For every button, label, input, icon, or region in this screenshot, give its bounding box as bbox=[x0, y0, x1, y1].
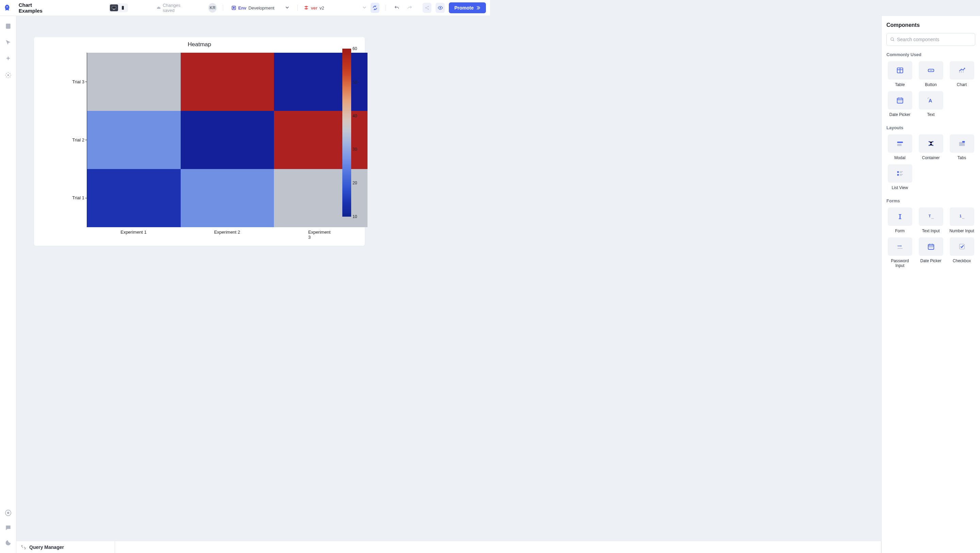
heatmap-row bbox=[87, 53, 368, 111]
colorbar-tick: 30 bbox=[353, 147, 357, 152]
colorbar-gradient bbox=[342, 49, 351, 217]
heatmap-cell bbox=[181, 53, 274, 111]
svg-point-8 bbox=[440, 7, 441, 8]
version-selector[interactable]: ver v2 bbox=[304, 5, 366, 11]
svg-rect-4 bbox=[233, 7, 234, 8]
mobile-icon bbox=[121, 6, 125, 10]
svg-rect-1 bbox=[113, 9, 115, 10]
x-tick: Experiment 3 bbox=[308, 230, 334, 240]
colorbar-tick: 40 bbox=[353, 114, 357, 118]
heatmap-cell bbox=[274, 111, 368, 169]
canvas[interactable]: Heatmap Trial 3 Trial 2 Trial 1 bbox=[16, 16, 490, 276]
eye-icon bbox=[438, 5, 443, 11]
chevron-double-right-icon bbox=[476, 5, 480, 10]
y-tick: Trial 2 bbox=[68, 137, 84, 143]
app-title: Chart Examples bbox=[19, 2, 53, 14]
promote-button[interactable]: Promote bbox=[449, 2, 486, 13]
divider bbox=[223, 5, 223, 11]
colorbar: 60 50 40 30 20 10 bbox=[342, 49, 351, 217]
stack-icon bbox=[304, 5, 309, 10]
y-tick: Trial 3 bbox=[68, 79, 84, 84]
heatmap-cell bbox=[87, 169, 181, 227]
user-avatar[interactable]: KR bbox=[208, 3, 217, 13]
colorbar-tick: 10 bbox=[353, 214, 357, 219]
share-icon bbox=[425, 5, 430, 10]
share-button[interactable] bbox=[423, 3, 432, 13]
divider bbox=[298, 5, 298, 11]
colorbar-tick: 60 bbox=[353, 46, 357, 51]
device-toggle bbox=[109, 3, 128, 12]
divider bbox=[385, 5, 386, 11]
cloud-icon bbox=[156, 5, 161, 10]
y-tick: Trial 1 bbox=[68, 195, 84, 200]
rail-cursor-button[interactable] bbox=[5, 39, 11, 46]
left-rail bbox=[0, 16, 16, 276]
svg-point-10 bbox=[7, 75, 9, 76]
chart-heatmap[interactable]: Heatmap Trial 3 Trial 2 Trial 1 bbox=[34, 37, 365, 246]
undo-icon bbox=[394, 5, 399, 11]
desktop-icon bbox=[111, 6, 116, 10]
rail-pages-button[interactable] bbox=[5, 23, 11, 30]
rail-sparkle-button[interactable] bbox=[5, 56, 11, 62]
rocket-icon bbox=[3, 4, 11, 11]
x-tick: Experiment 2 bbox=[214, 230, 240, 235]
svg-rect-2 bbox=[122, 6, 124, 10]
refresh-icon bbox=[372, 5, 378, 11]
colorbar-tick: 50 bbox=[353, 80, 357, 85]
redo-button[interactable] bbox=[405, 3, 414, 13]
app-logo[interactable] bbox=[0, 0, 14, 16]
device-mobile-button[interactable] bbox=[119, 5, 127, 11]
chevron-down-icon bbox=[363, 5, 366, 11]
preview-button[interactable] bbox=[436, 3, 445, 13]
save-status: Changes saved bbox=[156, 3, 190, 13]
undo-button[interactable] bbox=[392, 3, 401, 13]
chart-title: Heatmap bbox=[34, 37, 365, 48]
redo-icon bbox=[407, 5, 412, 11]
device-desktop-button[interactable] bbox=[110, 5, 118, 11]
colorbar-tick: 20 bbox=[353, 181, 357, 185]
heatmap-row bbox=[87, 111, 368, 169]
refresh-button[interactable] bbox=[371, 3, 380, 13]
heatmap-cell bbox=[181, 111, 274, 169]
svg-rect-0 bbox=[112, 6, 116, 9]
x-tick: Experiment 1 bbox=[121, 230, 147, 235]
heatmap-cell bbox=[181, 169, 274, 227]
heatmap-cell bbox=[87, 53, 181, 111]
heatmap-row bbox=[87, 169, 368, 227]
layers-icon bbox=[231, 5, 236, 10]
environment-selector[interactable]: Env Development bbox=[229, 4, 291, 12]
topbar: Chart Examples Changes saved KR Env Deve… bbox=[0, 0, 490, 16]
heatmap-grid bbox=[87, 53, 368, 227]
chevron-down-icon bbox=[285, 5, 289, 11]
chart-body: Trial 3 Trial 2 Trial 1 bbox=[68, 53, 346, 227]
heatmap-cell bbox=[87, 111, 181, 169]
svg-rect-9 bbox=[6, 24, 10, 29]
rail-settings-button[interactable] bbox=[5, 72, 11, 79]
